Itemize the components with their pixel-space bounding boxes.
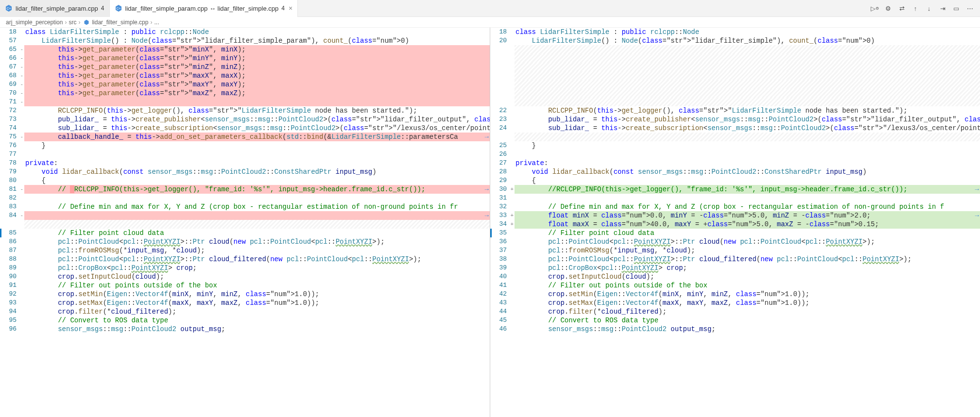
code-line[interactable]: sensor_msgs::msg::PointCloud2 output_msg… [515,325,980,334]
arrow-up-icon[interactable]: ↑ [911,4,920,13]
map-icon[interactable]: ▭ [952,4,961,13]
code-line[interactable]: } [24,141,490,150]
code-line[interactable]: float minX = class="num">0.0, minY = -cl… [515,211,980,220]
code-line[interactable]: void lidar_callback(const sensor_msgs::m… [515,167,980,176]
code-line[interactable] [515,89,980,98]
code-line[interactable]: { [515,176,980,185]
more-icon[interactable]: ⋯ [965,4,974,13]
diff-arrow-icon[interactable]: → [975,211,979,220]
code-line[interactable]: // Convert to ROS data type [515,316,980,325]
code-line[interactable]: crop.setMin(Eigen::Vector4f(minX, minY, … [515,290,980,299]
code-line[interactable]: class LidarFilterSimple : public rclcpp:… [24,28,490,36]
code-line[interactable]: crop.setInputCloud(cloud); [24,272,490,281]
code-line[interactable]: this->get_parameter(class="str">"minY", … [24,54,490,63]
breadcrumb-segment[interactable]: lidar_filter_simple.cpp [92,19,148,26]
close-icon[interactable]: × [289,4,292,12]
code-line[interactable]: sub_lidar_ = this->create_subscription<s… [24,124,490,133]
arrow-down-icon[interactable]: ↓ [925,4,933,13]
code-line[interactable]: pcl::fromROSMsg(*input_msg, *cloud); [515,246,980,255]
code-line[interactable] [24,220,490,229]
code-line[interactable]: this->get_parameter(class="str">"minZ", … [24,63,490,71]
code-line[interactable]: pcl::PointCloud<pcl::PointXYZI>::Ptr clo… [515,237,980,246]
diff-arrow-icon[interactable]: → [485,133,489,141]
code-line[interactable]: sensor_msgs::msg::PointCloud2 output_msg… [24,325,490,334]
code-line[interactable] [24,150,490,159]
diff-arrow-icon[interactable]: → [975,185,979,194]
tab-file-param[interactable]: C+ lidar_filter_simple_param.cpp 4 [0,0,110,17]
code-line[interactable]: LidarFilterSimple() : Node(class="str">"… [24,36,490,45]
code-line[interactable]: // Filter point cloud data [24,229,490,237]
code-right[interactable]: class LidarFilterSimple : public rclcpp:… [515,28,980,334]
diff-pane-left[interactable]: 185765-66-67-68-69-70-71-72737475-767778… [0,28,490,417]
diff-pane-right[interactable]: 1820222324252627282930+313233+34+3536373… [490,28,980,417]
code-line[interactable]: pcl::PointCloud<pcl::PointXYZI>::Ptr clo… [515,255,980,264]
code-line[interactable] [515,54,980,63]
code-line[interactable]: LidarFilterSimple() : Node(class="str">"… [515,36,980,45]
tab-diff[interactable]: C+ lidar_filter_simple_param.cpp ↔ lidar… [110,0,298,17]
swap-icon[interactable]: ⇄ [897,4,906,13]
code-line[interactable] [515,194,980,202]
line-number: 31 [490,194,515,202]
code-line[interactable]: this->get_parameter(class="str">"minX", … [24,45,490,54]
code-line[interactable] [515,98,980,106]
code-line[interactable] [515,63,980,71]
code-line[interactable] [515,133,980,141]
line-number: 23 [490,115,515,124]
code-line[interactable]: pcl::PointCloud<pcl::PointXYZI>::Ptr clo… [24,255,490,264]
line-number: 33+ [490,211,515,220]
code-line[interactable]: → [24,211,490,220]
breadcrumb-segment[interactable]: src [69,19,76,26]
run-icon[interactable]: ▷⚙ [870,4,879,13]
code-line[interactable] [515,71,980,80]
code-line[interactable]: sub_lidar_ = this->create_subscription<s… [515,124,980,133]
code-line[interactable]: callback_handle_ = this->add_on_set_para… [24,133,490,141]
diff-arrow-icon[interactable]: → [485,211,489,220]
code-line[interactable]: // RCLCPP_INFO(this->get_logger(), "fram… [24,185,490,194]
breadcrumb[interactable]: arj_simple_perception › src › lidar_filt… [0,17,980,28]
code-line[interactable] [515,80,980,89]
code-line[interactable]: // Convert to ROS data type [24,316,490,325]
code-line[interactable] [515,45,980,54]
code-line[interactable]: pcl::CropBox<pcl::PointXYZI> crop; [515,264,980,272]
line-number: 75- [0,133,24,141]
code-line[interactable]: pcl::PointCloud<pcl::PointXYZI>::Ptr clo… [24,237,490,246]
chevron-right-icon: › [78,19,80,26]
code-line[interactable]: crop.filter(*cloud_filtered); [24,307,490,316]
code-line[interactable]: float maxX = class="num">40.0, maxY = +c… [515,220,980,229]
code-line[interactable]: } [515,141,980,150]
code-left[interactable]: class LidarFilterSimple : public rclcpp:… [24,28,490,334]
code-line[interactable] [24,98,490,106]
code-line[interactable]: crop.setMax(Eigen::Vector4f(maxX, maxY, … [24,299,490,307]
code-line[interactable]: // Filter out points outside of the box [24,281,490,290]
code-line[interactable]: { [24,176,490,185]
code-line[interactable]: //RCLCPP_INFO(this->get_logger(), "frame… [515,185,980,194]
code-line[interactable] [515,150,980,159]
code-line[interactable]: RCLCPP_INFO(this->get_logger(), class="s… [515,106,980,115]
code-line[interactable]: this->get_parameter(class="str">"maxY", … [24,80,490,89]
code-line[interactable]: pcl::CropBox<pcl::PointXYZI> crop; [24,264,490,272]
code-line[interactable]: pub_lidar_ = this->create_publisher<sens… [515,115,980,124]
breadcrumb-segment[interactable]: arj_simple_perception [6,19,63,26]
code-line[interactable]: crop.setInputCloud(cloud); [515,272,980,281]
code-line[interactable]: // Filter point cloud data [515,229,980,237]
code-line[interactable]: RCLCPP_INFO(this->get_logger(), class="s… [24,106,490,115]
code-line[interactable]: this->get_parameter(class="str">"maxZ", … [24,89,490,98]
code-line[interactable]: void lidar_callback(const sensor_msgs::m… [24,167,490,176]
code-line[interactable]: // Filter out points outside of the box [515,281,980,290]
code-line[interactable]: private: [515,159,980,167]
diff-arrow-icon[interactable]: → [485,185,489,194]
code-line[interactable]: // Define min and max for X, Y and Z (cr… [24,202,490,211]
code-line[interactable]: crop.setMax(Eigen::Vector4f(maxX, maxY, … [515,299,980,307]
gear-icon[interactable]: ⚙ [884,4,893,13]
code-line[interactable]: pub_lidar_ = this->create_publisher<sens… [24,115,490,124]
code-line[interactable]: this->get_parameter(class="str">"maxX", … [24,71,490,80]
code-line[interactable]: private: [24,159,490,167]
code-line[interactable]: crop.filter(*cloud_filtered); [515,307,980,316]
breadcrumb-segment[interactable]: ... [154,19,159,26]
code-line[interactable]: // Define min and max for X, Y and Z (cr… [515,202,980,211]
code-line[interactable] [24,194,490,202]
collapse-icon[interactable]: ⇥ [938,4,947,13]
code-line[interactable]: crop.setMin(Eigen::Vector4f(minX, minY, … [24,290,490,299]
code-line[interactable]: class LidarFilterSimple : public rclcpp:… [515,28,980,36]
code-line[interactable]: pcl::fromROSMsg(*input_msg, *cloud); [24,246,490,255]
